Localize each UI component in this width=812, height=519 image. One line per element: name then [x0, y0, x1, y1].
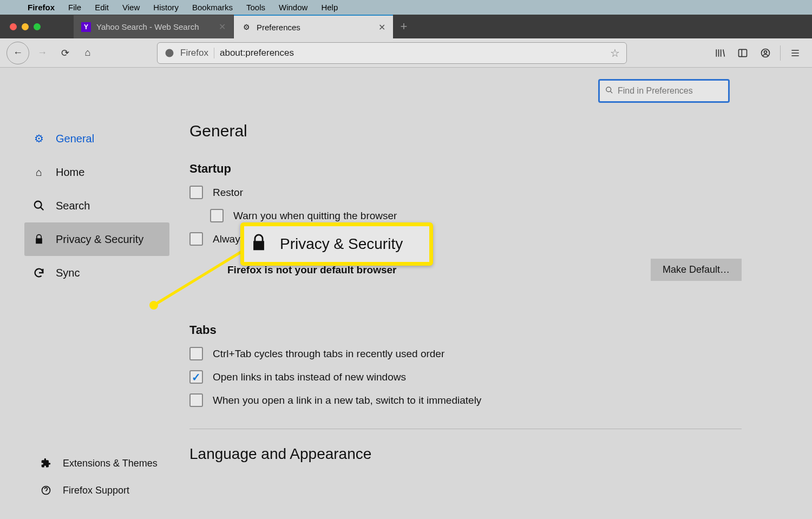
library-button[interactable]	[710, 43, 730, 63]
window-controls	[0, 15, 74, 38]
yahoo-favicon-icon: Y	[81, 22, 91, 32]
help-icon	[39, 485, 53, 496]
open-links-row[interactable]: Open links in tabs instead of new window…	[189, 370, 742, 384]
tab-strip: Y Yahoo Search - Web Search ✕ ⚙ Preferen…	[0, 15, 812, 38]
sidebar-item-sync[interactable]: Sync	[24, 256, 169, 290]
svg-point-3	[764, 50, 767, 53]
puzzle-icon	[39, 458, 53, 469]
ctrl-tab-label: Ctrl+Tab cycles through tabs in recently…	[213, 348, 444, 360]
lock-icon	[32, 233, 46, 245]
preferences-sidebar: ⚙ General ⌂ Home Search Privacy & Securi…	[24, 122, 169, 290]
macos-menubar: Firefox File Edit View History Bookmarks…	[0, 0, 812, 15]
warn-quit-label: Warn you when quitting the browser	[233, 210, 397, 222]
annotation-callout: Privacy & Security	[240, 222, 433, 266]
open-links-label: Open links in tabs instead of new window…	[213, 371, 406, 383]
tab-yahoo[interactable]: Y Yahoo Search - Web Search ✕	[74, 15, 234, 38]
search-icon	[605, 86, 613, 96]
make-default-button[interactable]: Make Default…	[651, 259, 742, 281]
url-bar[interactable]: Firefox about:preferences ☆	[157, 42, 627, 64]
restore-session-row[interactable]: Restor	[189, 186, 742, 199]
section-language-heading: Language and Appearance	[189, 445, 742, 463]
bookmark-star-icon[interactable]: ☆	[610, 47, 620, 60]
section-tabs-title: Tabs	[189, 323, 742, 337]
ctrl-tab-checkbox[interactable]	[189, 347, 203, 360]
home-button[interactable]: ⌂	[78, 43, 97, 63]
home-icon: ⌂	[32, 166, 46, 179]
preferences-main: General Startup Restor Warn you when qui…	[189, 122, 742, 484]
sidebar-item-label: Firefox Support	[63, 485, 129, 496]
sidebar-item-home[interactable]: ⌂ Home	[24, 155, 169, 189]
svg-point-5	[35, 201, 42, 208]
sidebar-item-label: Privacy & Security	[56, 233, 143, 246]
account-button[interactable]	[755, 43, 776, 63]
svg-point-0	[166, 49, 174, 57]
url-identity-label: Firefox	[180, 48, 214, 58]
firefox-identity-icon	[164, 48, 175, 58]
switch-immediately-label: When you open a link in a new tab, switc…	[213, 395, 481, 406]
sidebar-item-label: Sync	[56, 267, 80, 279]
svg-point-8	[149, 301, 158, 310]
toolbar-separator	[780, 45, 781, 61]
ctrl-tab-row[interactable]: Ctrl+Tab cycles through tabs in recently…	[189, 347, 742, 360]
menu-view[interactable]: View	[122, 3, 140, 12]
menu-window[interactable]: Window	[279, 3, 307, 12]
sync-icon	[32, 267, 46, 279]
sidebar-footer: Extensions & Themes Firefox Support	[31, 450, 165, 504]
menu-firefox[interactable]: Firefox	[28, 3, 55, 12]
svg-rect-1	[739, 49, 747, 56]
menu-edit[interactable]: Edit	[95, 3, 109, 12]
app-menu-button[interactable]	[785, 43, 806, 63]
menu-tools[interactable]: Tools	[246, 3, 265, 12]
switch-immediately-checkbox[interactable]	[189, 393, 203, 407]
sidebar-item-privacy[interactable]: Privacy & Security	[24, 222, 169, 256]
navigation-toolbar: ← → ⟳ ⌂ Firefox about:preferences ☆	[0, 38, 812, 68]
tab-preferences[interactable]: ⚙ Preferences ✕	[234, 15, 393, 38]
sidebar-item-search[interactable]: Search	[24, 189, 169, 222]
sidebar-item-general[interactable]: ⚙ General	[24, 122, 169, 155]
window-maximize-button[interactable]	[34, 23, 41, 30]
sidebar-extensions[interactable]: Extensions & Themes	[31, 450, 165, 477]
tab-preferences-label: Preferences	[257, 23, 300, 32]
find-in-preferences[interactable]	[598, 79, 730, 103]
sidebar-item-label: Search	[56, 200, 90, 212]
menu-file[interactable]: File	[68, 3, 81, 12]
switch-immediately-row[interactable]: When you open a link in a new tab, switc…	[189, 393, 742, 407]
open-links-checkbox[interactable]	[189, 370, 203, 384]
page-heading: General	[189, 122, 742, 140]
window-minimize-button[interactable]	[22, 23, 29, 30]
forward-button[interactable]: →	[32, 43, 52, 63]
gear-icon: ⚙	[241, 22, 251, 32]
sidebar-item-label: Home	[56, 166, 84, 179]
sidebar-toggle-button[interactable]	[732, 43, 753, 63]
annotation-label: Privacy & Security	[280, 235, 403, 253]
gear-icon: ⚙	[32, 132, 46, 145]
warn-quit-row[interactable]: Warn you when quitting the browser	[210, 209, 742, 222]
tab-close-button[interactable]: ✕	[219, 22, 226, 32]
find-input[interactable]	[618, 86, 723, 96]
menu-help[interactable]: Help	[321, 3, 338, 12]
url-text: about:preferences	[220, 48, 605, 58]
new-tab-button[interactable]: +	[393, 15, 415, 38]
tab-close-button[interactable]: ✕	[378, 22, 385, 32]
sidebar-item-label: Extensions & Themes	[63, 458, 158, 469]
svg-point-4	[606, 87, 611, 92]
menu-history[interactable]: History	[153, 3, 179, 12]
lock-icon	[250, 233, 268, 256]
tab-yahoo-label: Yahoo Search - Web Search	[96, 22, 199, 31]
back-button[interactable]: ←	[6, 42, 29, 64]
sidebar-support[interactable]: Firefox Support	[31, 477, 165, 504]
window-close-button[interactable]	[10, 23, 17, 30]
reload-button[interactable]: ⟳	[55, 43, 75, 63]
restore-session-label: Restor	[213, 187, 243, 199]
warn-quit-checkbox[interactable]	[210, 209, 224, 222]
restore-session-checkbox[interactable]	[189, 186, 203, 199]
section-startup-title: Startup	[189, 162, 742, 176]
menu-bookmarks[interactable]: Bookmarks	[192, 3, 233, 12]
sidebar-item-label: General	[56, 133, 94, 145]
search-icon	[32, 200, 46, 212]
preferences-content: ⚙ General ⌂ Home Search Privacy & Securi…	[0, 68, 812, 519]
always-check-checkbox[interactable]	[189, 232, 203, 246]
